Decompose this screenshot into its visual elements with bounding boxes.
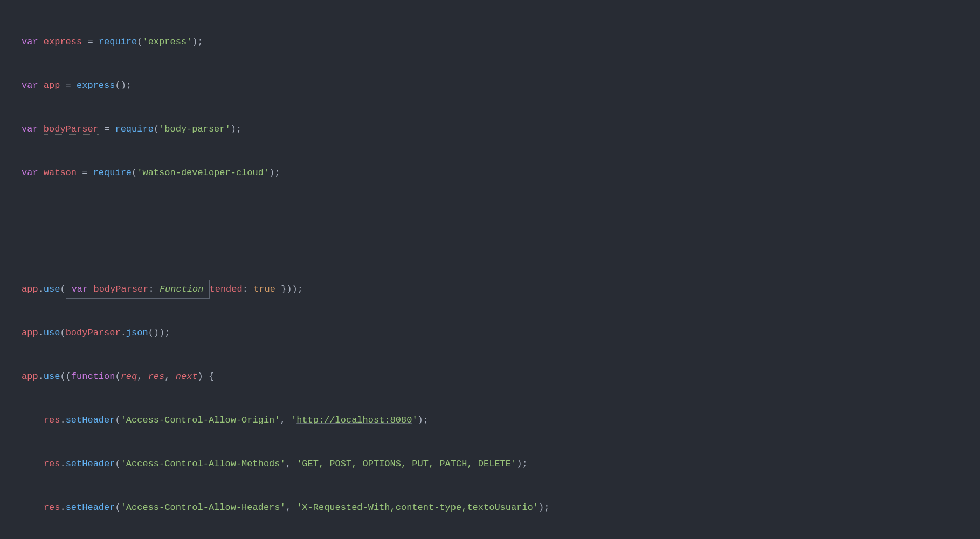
identifier: app bbox=[22, 284, 38, 294]
fn-call: use bbox=[44, 371, 60, 382]
code-line[interactable]: app.use((function(req, res, next) { bbox=[22, 369, 980, 384]
identifier: express bbox=[44, 37, 82, 47]
url-string: http://localhost:8080 bbox=[296, 415, 412, 425]
param: next bbox=[176, 371, 198, 382]
keyword: var bbox=[22, 168, 38, 178]
string: 'X-Requested-With,content-type,textoUsua… bbox=[296, 502, 539, 513]
punct: = bbox=[77, 168, 93, 178]
text bbox=[38, 37, 44, 47]
code-line[interactable]: var app = express(); bbox=[22, 78, 980, 93]
punct: . bbox=[38, 371, 44, 382]
code-line[interactable]: var bodyParser = require('body-parser'); bbox=[22, 122, 980, 136]
punct: , bbox=[286, 459, 296, 469]
hover-tooltip: var bodyParser: Function bbox=[66, 280, 210, 299]
string: 'Access-Control-Allow-Headers' bbox=[121, 502, 286, 513]
identifier: app bbox=[22, 371, 38, 382]
indent bbox=[22, 502, 44, 513]
punct: = bbox=[82, 37, 99, 47]
punct: ); bbox=[192, 37, 203, 47]
fn-call: setHeader bbox=[66, 459, 115, 469]
indent bbox=[22, 415, 44, 425]
punct: ( bbox=[137, 37, 142, 47]
keyword: var bbox=[22, 80, 38, 91]
string: 'watson-developer-cloud' bbox=[137, 168, 269, 178]
punct: ) { bbox=[198, 371, 215, 382]
identifier: res bbox=[44, 502, 60, 513]
punct: . bbox=[60, 459, 65, 469]
punct: ( bbox=[60, 328, 65, 338]
identifier: watson bbox=[44, 168, 77, 178]
punct: ); bbox=[231, 124, 241, 134]
punct: })); bbox=[275, 284, 303, 294]
string: 'GET, POST, OPTIONS, PUT, PATCH, DELETE' bbox=[296, 459, 516, 469]
code-line[interactable]: app.use(bodyParser.json()); bbox=[22, 326, 980, 340]
fn-call: setHeader bbox=[66, 415, 115, 425]
string: 'Access-Control-Allow-Origin' bbox=[121, 415, 280, 425]
fn-call: require bbox=[93, 168, 132, 178]
keyword: var bbox=[22, 37, 38, 47]
punct: ( bbox=[115, 459, 120, 469]
type: Function bbox=[160, 284, 204, 294]
punct: ()); bbox=[148, 328, 170, 338]
identifier: bodyParser bbox=[93, 284, 148, 294]
punct: . bbox=[60, 502, 65, 513]
code-line[interactable]: var watson = require('watson-developer-c… bbox=[22, 165, 980, 180]
punct: ( bbox=[132, 168, 137, 178]
fn-call: express bbox=[77, 80, 115, 91]
indent bbox=[22, 459, 44, 469]
identifier: bodyParser bbox=[66, 328, 121, 338]
code-line[interactable]: res.setHeader('Access-Control-Allow-Head… bbox=[22, 500, 980, 515]
fn-call: require bbox=[115, 124, 153, 134]
identifier: res bbox=[44, 415, 60, 425]
punct: , bbox=[280, 415, 291, 425]
punct: : bbox=[243, 284, 253, 294]
fn-call: require bbox=[99, 37, 137, 47]
punct: . bbox=[38, 284, 44, 294]
punct: ( bbox=[60, 284, 65, 294]
punct: ( bbox=[115, 415, 120, 425]
punct: : bbox=[148, 284, 159, 294]
punct: , bbox=[137, 371, 148, 382]
punct: ); bbox=[539, 502, 549, 513]
punct: ); bbox=[516, 459, 527, 469]
fn-call: json bbox=[126, 328, 148, 338]
identifier: res bbox=[44, 459, 60, 469]
code-line[interactable] bbox=[22, 238, 980, 253]
keyword: var bbox=[72, 284, 94, 294]
string: 'Access-Control-Allow-Methods' bbox=[121, 459, 286, 469]
punct: . bbox=[60, 415, 65, 425]
code-line[interactable]: var express = require('express'); bbox=[22, 34, 980, 49]
code-line[interactable]: res.setHeader('Access-Control-Allow-Meth… bbox=[22, 457, 980, 471]
fn-call: use bbox=[44, 328, 60, 338]
string: 'body-parser' bbox=[159, 124, 231, 134]
code-line[interactable]: app.use(var bodyParser: Functiontended: … bbox=[22, 282, 980, 296]
punct: , bbox=[286, 502, 296, 513]
punct: , bbox=[164, 371, 175, 382]
punct: . bbox=[121, 328, 126, 338]
fn-call: use bbox=[44, 284, 60, 294]
punct: ); bbox=[418, 415, 429, 425]
punct: (); bbox=[115, 80, 132, 91]
punct: ( bbox=[115, 371, 120, 382]
identifier: app bbox=[22, 328, 38, 338]
punct: . bbox=[38, 328, 44, 338]
punct: ( bbox=[154, 124, 159, 134]
keyword: var bbox=[22, 124, 38, 134]
identifier: bodyParser bbox=[44, 124, 99, 135]
punct: (( bbox=[60, 371, 71, 382]
punct: = bbox=[99, 124, 115, 134]
fn-call: setHeader bbox=[66, 502, 115, 513]
punct: = bbox=[60, 80, 77, 91]
string: 'express' bbox=[142, 37, 192, 47]
param: res bbox=[148, 371, 165, 382]
punct: ); bbox=[269, 168, 280, 178]
punct: ( bbox=[115, 502, 120, 513]
code-editor[interactable]: var express = require('express'); var ap… bbox=[0, 0, 980, 539]
prop: tended bbox=[210, 284, 243, 294]
keyword: function bbox=[71, 371, 115, 382]
string: ' bbox=[412, 415, 417, 425]
param: req bbox=[121, 371, 137, 382]
code-line[interactable] bbox=[22, 209, 980, 224]
code-line[interactable]: res.setHeader('Access-Control-Allow-Orig… bbox=[22, 413, 980, 427]
identifier: app bbox=[44, 80, 60, 91]
